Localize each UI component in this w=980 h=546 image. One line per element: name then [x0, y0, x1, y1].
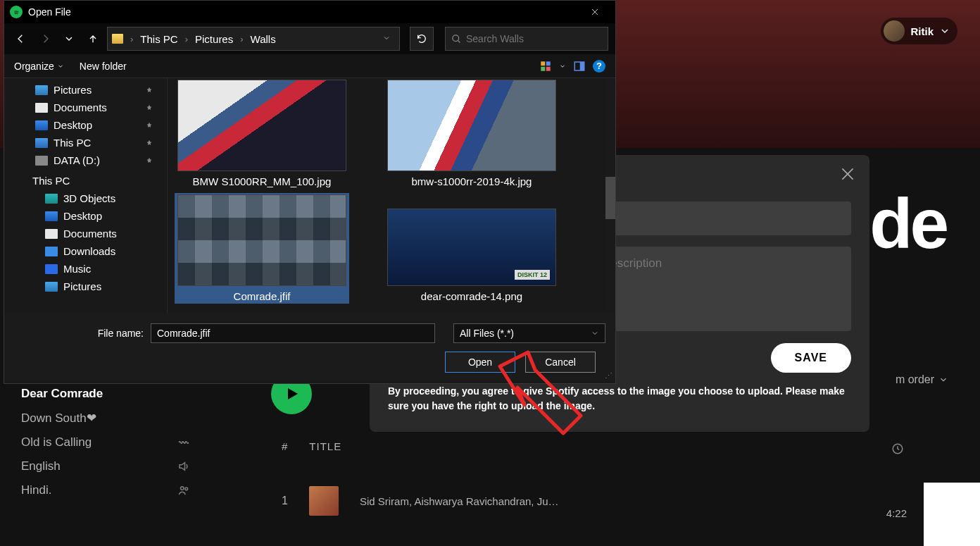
sidebar-item[interactable]: Down South❤: [21, 411, 190, 426]
profile-name: Ritik: [910, 25, 934, 37]
chevron-right-icon: ›: [239, 34, 244, 44]
nav-up-button[interactable]: [83, 29, 103, 49]
folder-icon: [45, 264, 58, 274]
svg-rect-5: [541, 61, 545, 66]
tree-item[interactable]: 3D Objects: [4, 190, 167, 207]
sidebar-item[interactable]: Old is Calling: [21, 435, 190, 449]
search-input[interactable]: [466, 33, 602, 44]
file-item[interactable]: dear-comrade-14.png: [384, 193, 559, 304]
profile-menu[interactable]: Ritik: [881, 18, 957, 44]
open-button[interactable]: Open: [445, 352, 515, 373]
arrow-up-icon: [87, 33, 99, 44]
search-icon: [451, 34, 462, 44]
organize-menu[interactable]: Organize: [14, 61, 64, 72]
view-mode-icon[interactable]: [539, 60, 552, 73]
pin-icon: [146, 157, 153, 164]
filename-label: File name:: [14, 328, 144, 339]
duration-icon: [891, 442, 904, 455]
search-box[interactable]: [445, 27, 608, 51]
dialog-close-button[interactable]: [580, 1, 610, 23]
breadcrumb-item[interactable]: Walls: [248, 32, 279, 46]
scrollbar-thumb[interactable]: [605, 177, 615, 219]
track-row[interactable]: 1 Sid Sriram, Aishwarya Ravichandran, Ju…: [282, 486, 559, 516]
filename-input[interactable]: [151, 323, 435, 343]
tree-item[interactable]: Downloads: [4, 242, 167, 260]
scrollbar[interactable]: [605, 78, 615, 314]
breadcrumb-item[interactable]: This PC: [137, 32, 180, 46]
track-artists: Sid Sriram, Aishwarya Ravichandran, Ju…: [360, 495, 559, 507]
tree-item[interactable]: Music: [4, 260, 167, 278]
tree-item[interactable]: Documents: [4, 225, 167, 242]
tree-item[interactable]: Pictures: [4, 81, 167, 99]
file-label: Comrade.jfif: [234, 290, 291, 302]
tree-item[interactable]: Pictures: [4, 278, 167, 295]
file-label: BMW S1000RR_MM_100.jpg: [193, 175, 332, 187]
sort-dropdown[interactable]: m order: [896, 373, 948, 386]
wave-icon: [177, 436, 190, 449]
sidebar-item[interactable]: English: [21, 459, 190, 473]
nav-back-button[interactable]: [11, 29, 31, 49]
folder-icon: [45, 247, 58, 256]
file-item[interactable]: Comrade.jfif: [175, 193, 349, 304]
svg-rect-10: [580, 62, 584, 70]
close-icon: [591, 8, 599, 16]
file-item[interactable]: BMW S1000RR_MM_100.jpg: [175, 78, 349, 189]
tree-item[interactable]: Documents: [4, 99, 167, 116]
white-overlay: [924, 483, 980, 546]
dialog-nav-bar: › This PC › Pictures › Walls: [4, 23, 615, 54]
sidebar-item[interactable]: Dear Comrade: [21, 387, 190, 401]
resize-grip[interactable]: ⋰: [605, 371, 611, 380]
arrow-left-icon: [15, 33, 27, 44]
col-number: #: [282, 440, 288, 452]
tree-item[interactable]: DATA (D:): [4, 151, 167, 169]
help-icon[interactable]: ?: [593, 60, 605, 73]
nav-forward-button[interactable]: [35, 29, 55, 49]
folder-icon: [35, 85, 48, 95]
chevron-down-icon[interactable]: [559, 63, 566, 70]
chevron-down-icon: [938, 375, 948, 385]
folder-icon: [35, 156, 48, 166]
preview-pane-icon[interactable]: [573, 60, 586, 73]
open-file-dialog: Open File › This PC › Pictures › Walls: [4, 0, 616, 384]
svg-rect-7: [541, 66, 545, 70]
dialog-toolbar: Organize New folder ?: [4, 54, 615, 78]
file-thumbnail: [177, 194, 346, 286]
col-title: TITLE: [309, 440, 341, 452]
tree-section-header[interactable]: This PC: [4, 169, 167, 190]
chevron-right-icon: ›: [184, 34, 189, 44]
chevron-down-icon: [57, 63, 64, 70]
tree-item[interactable]: Desktop: [4, 207, 167, 225]
sidebar-item[interactable]: Hindi.: [21, 483, 190, 497]
chevron-down-icon: [591, 329, 599, 337]
breadcrumb-item[interactable]: Pictures: [192, 32, 236, 46]
filetype-select[interactable]: All Files (*.*): [453, 323, 605, 343]
file-item[interactable]: bmw-s1000rr-2019-4k.jpg: [384, 78, 559, 189]
pin-icon: [146, 87, 153, 94]
pin-icon: [146, 104, 153, 111]
modal-close-button[interactable]: [838, 165, 857, 186]
tree-item[interactable]: This PC: [4, 134, 167, 151]
track-number: 1: [282, 495, 288, 507]
breadcrumb-dropdown[interactable]: [382, 34, 395, 44]
tracklist-header: # TITLE: [282, 440, 341, 452]
svg-rect-6: [546, 61, 551, 66]
breadcrumb[interactable]: › This PC › Pictures › Walls: [107, 27, 400, 51]
dialog-titlebar[interactable]: Open File: [4, 1, 615, 23]
pin-icon: [146, 139, 153, 147]
folder-icon: [45, 194, 58, 204]
speaker-icon: [177, 460, 190, 473]
nav-recent-button[interactable]: [59, 29, 79, 49]
file-label: dear-comrade-14.png: [421, 290, 522, 302]
people-icon: [177, 484, 190, 497]
file-grid[interactable]: BMW S1000RR_MM_100.jpgbmw-s1000rr-2019-4…: [168, 78, 615, 314]
cancel-button[interactable]: Cancel: [525, 352, 596, 373]
refresh-button[interactable]: [410, 27, 434, 51]
dialog-title: Open File: [28, 6, 580, 18]
folder-tree[interactable]: PicturesDocumentsDesktopThis PCDATA (D:)…: [4, 78, 168, 314]
new-folder-button[interactable]: New folder: [80, 61, 127, 72]
track-cover: [309, 486, 339, 516]
playlists-sidebar: Favorites.Dear ComradeDown South❤Old is …: [0, 363, 211, 546]
save-button[interactable]: SAVE: [771, 343, 851, 373]
file-thumbnail: [177, 80, 346, 171]
tree-item[interactable]: Desktop: [4, 116, 167, 134]
